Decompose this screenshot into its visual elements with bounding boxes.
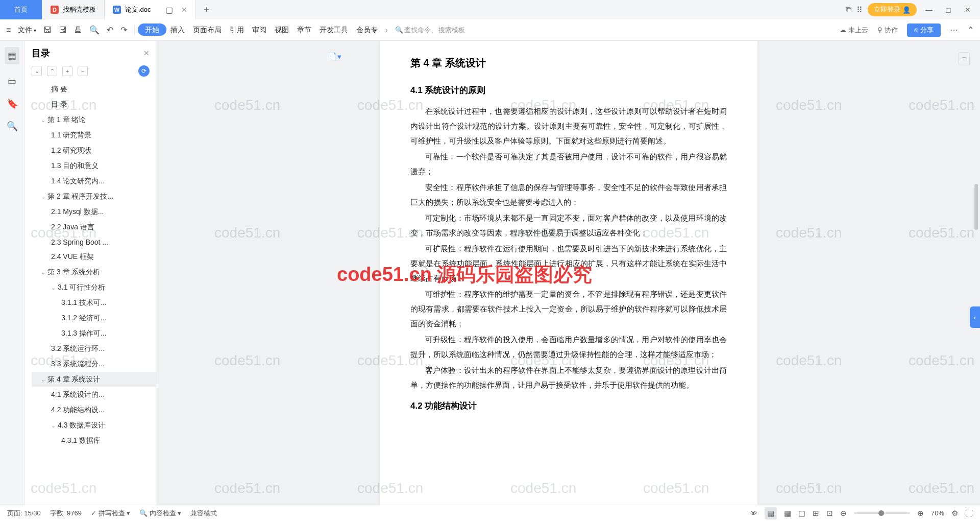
coop-button[interactable]: ⚲协作 <box>877 26 898 35</box>
undo-icon[interactable]: ↶ <box>107 25 113 35</box>
bookmark-panel-icon[interactable]: 🔖 <box>7 98 18 109</box>
add-heading-icon[interactable]: + <box>62 66 72 76</box>
apps-icon[interactable]: ⠿ <box>856 5 863 15</box>
collapse-all-icon[interactable]: ⌄ <box>32 66 42 76</box>
toc-item[interactable]: 1.2 研究现状 <box>32 143 157 158</box>
read-mode-icon[interactable]: 👁 <box>750 509 757 517</box>
toc-sync-icon[interactable]: ⟳ <box>138 65 150 77</box>
tab-doc[interactable]: W 论文.doc ▢ ✕ <box>105 0 196 19</box>
file-menu[interactable]: 文件▾ <box>14 23 40 37</box>
compat-mode[interactable]: 兼容模式 <box>190 509 217 518</box>
toc-label: 3.2 系统运行环... <box>51 344 105 353</box>
toc-item[interactable]: 1.4 论文研究内... <box>32 174 157 189</box>
menu-开发工具[interactable]: 开发工具 <box>315 23 352 36</box>
more-icon[interactable]: ⋯ <box>950 25 958 35</box>
new-tab-button[interactable]: + <box>196 0 218 19</box>
menu-icon[interactable]: ≡ <box>6 26 11 35</box>
print-view-icon[interactable]: ⊞ <box>813 509 819 518</box>
zoom-slider[interactable] <box>854 512 910 514</box>
layout-icon[interactable]: ⧉ <box>846 5 851 14</box>
toc-item[interactable]: 摘 要 <box>32 82 157 97</box>
menu-会员专[interactable]: 会员专 <box>352 23 382 36</box>
tab-close-icon[interactable]: ✕ <box>181 6 187 14</box>
fullscreen-icon[interactable]: ⛶ <box>965 509 973 517</box>
toc-item[interactable]: ⌄第 3 章 系统分析 <box>32 265 157 280</box>
login-button[interactable]: 立即登录 👤 <box>868 3 917 16</box>
section-title: 4.1 系统设计的原则 <box>410 84 727 96</box>
share-button[interactable]: ⎋分享 <box>907 23 941 37</box>
command-search[interactable]: 🔍 查找命令、搜索模板 <box>395 26 465 35</box>
outline-panel-icon[interactable]: ▤ <box>5 47 19 64</box>
toc-item[interactable]: 4.3.1 数据库 <box>32 433 157 448</box>
zoom-percent[interactable]: 70% <box>931 509 944 517</box>
toc-item[interactable]: 4.1 系统设计的... <box>32 387 157 402</box>
contentcheck-icon: 🔍 <box>139 509 148 517</box>
toc-item[interactable]: 3.2 系统运行环... <box>32 341 157 357</box>
spell-check[interactable]: ✓ 拼写检查 ▾ <box>91 509 130 518</box>
menu-页面布局[interactable]: 页面布局 <box>189 23 226 36</box>
settings-icon[interactable]: ⚙ <box>951 509 958 518</box>
toc-item[interactable]: 3.3 系统流程分... <box>32 357 157 372</box>
menu-nav-icon[interactable]: › <box>385 26 387 35</box>
expand-all-icon[interactable]: ⌃ <box>47 66 57 76</box>
remove-heading-icon[interactable]: − <box>78 66 88 76</box>
toc-item[interactable]: ⌄4.3 数据库设计 <box>32 418 157 433</box>
save-as-icon[interactable]: 🖫 <box>59 26 67 35</box>
thumb-panel-icon[interactable]: ▭ <box>8 76 16 87</box>
chapter-title: 第 4 章 系统设计 <box>410 56 727 70</box>
menu-视图[interactable]: 视图 <box>271 23 293 36</box>
search-icon: 🔍 <box>395 26 403 34</box>
page-view-icon[interactable]: ▤ <box>765 507 777 519</box>
word-count[interactable]: 字数: 9769 <box>50 509 82 518</box>
toc-item[interactable]: 2.4 VUE 框架 <box>32 249 157 265</box>
web-view-icon[interactable]: ▢ <box>798 509 805 518</box>
doc-marker-icon[interactable]: 📄▾ <box>328 52 341 61</box>
toc-label: 2.1 Mysql 数据... <box>51 207 104 217</box>
redo-icon[interactable]: ↷ <box>120 25 127 35</box>
save-icon[interactable]: 🖫 <box>43 26 52 35</box>
toc-item[interactable]: 2.1 Mysql 数据... <box>32 204 157 220</box>
scroll-thumb[interactable] <box>974 184 978 230</box>
toc-item[interactable]: 3.1.2 经济可... <box>32 311 157 326</box>
maximize-icon[interactable]: ◻ <box>941 6 955 14</box>
preview-icon[interactable]: 🔍 <box>89 25 100 35</box>
share-icon: ⎋ <box>914 26 918 34</box>
menu-审阅[interactable]: 审阅 <box>248 23 271 36</box>
zoom-fit-icon[interactable]: ⊡ <box>826 509 833 518</box>
toc-item[interactable]: 2.2 Java 语言 <box>32 220 157 235</box>
toc-item[interactable]: 目 录 <box>32 97 157 112</box>
close-icon[interactable]: ✕ <box>961 6 975 14</box>
menu-插入[interactable]: 插入 <box>166 23 189 36</box>
side-handle[interactable]: ‹ <box>970 306 980 328</box>
tab-present-icon[interactable]: ▢ <box>165 5 173 15</box>
toc-item[interactable]: ⌄第 1 章 绪论 <box>32 112 157 128</box>
menu-开始[interactable]: 开始 <box>138 23 166 36</box>
search-panel-icon[interactable]: 🔍 <box>7 121 18 132</box>
minimize-icon[interactable]: — <box>922 6 936 14</box>
toc-item[interactable]: 3.1.1 技术可... <box>32 295 157 311</box>
tab-home[interactable]: 首页 <box>0 0 42 19</box>
tab-template[interactable]: D 找稻壳模板 <box>42 0 105 19</box>
zoom-out-icon[interactable]: ⊖ <box>840 509 847 518</box>
toc-item[interactable]: ⌄3.1 可行性分析 <box>32 280 157 295</box>
toc-item[interactable]: 2.3 Spring Boot ... <box>32 235 157 249</box>
print-icon[interactable]: 🖶 <box>74 26 82 35</box>
expand-icon[interactable]: ⌃ <box>967 25 974 35</box>
menu-章节[interactable]: 章节 <box>293 23 315 36</box>
toc-item[interactable]: 1.1 研究背景 <box>32 128 157 143</box>
toc-item[interactable]: ⌄第 2 章 程序开发技... <box>32 189 157 204</box>
doc-option-icon[interactable]: ≡ <box>959 52 970 65</box>
content-check[interactable]: 🔍 内容检查 ▾ <box>139 509 181 518</box>
zoom-in-icon[interactable]: ⊕ <box>917 509 924 518</box>
toc-item[interactable]: 4.2 功能结构设... <box>32 402 157 418</box>
cloud-status[interactable]: ☁未上云 <box>840 26 868 35</box>
toc-item[interactable]: ⌄第 4 章 系统设计 <box>32 372 157 387</box>
outline-view-icon[interactable]: ▦ <box>784 509 791 518</box>
page-count[interactable]: 页面: 15/30 <box>7 509 41 518</box>
vertical-scrollbar[interactable] <box>974 41 979 505</box>
toc-item[interactable]: 1.3 目的和意义 <box>32 158 157 174</box>
menu-引用[interactable]: 引用 <box>226 23 248 36</box>
zoom-thumb[interactable] <box>878 510 884 516</box>
toc-item[interactable]: 3.1.3 操作可... <box>32 326 157 341</box>
sidebar-close-icon[interactable]: ✕ <box>143 49 150 57</box>
